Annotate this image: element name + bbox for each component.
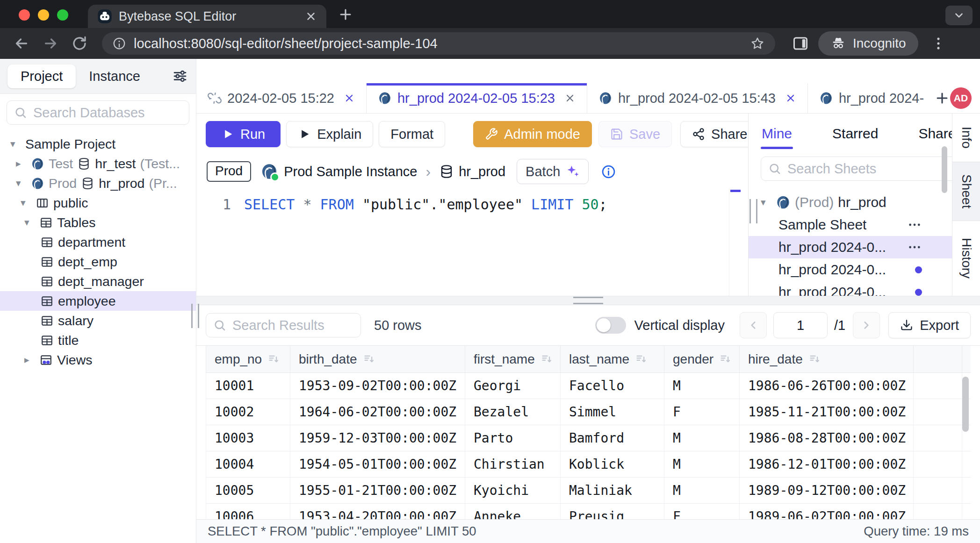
cell-hire_date[interactable]: 1986-12-01T00:00:00Z	[740, 451, 914, 477]
window-close-button[interactable]	[19, 9, 30, 21]
cell-emp_no[interactable]: 10006	[206, 504, 290, 519]
site-info-icon[interactable]	[112, 36, 126, 50]
cell-first_name[interactable]: Chirstian	[465, 451, 561, 477]
cell-last_name[interactable]: Maliniak	[561, 478, 664, 503]
tree-item-test[interactable]: ▸Testhr_test(Test...	[0, 154, 196, 173]
table-row[interactable]: 100031959-12-03T00:00:00ZPartoBamfordM19…	[206, 425, 971, 451]
explain-button[interactable]: Explain	[286, 121, 373, 147]
table-scrollbar[interactable]	[962, 377, 969, 432]
sort-icon[interactable]	[363, 353, 375, 365]
column-header-hire_date[interactable]: hire_date	[740, 346, 914, 372]
sheet-item[interactable]: hr_prod 2024-0...	[749, 258, 952, 281]
tab-instance[interactable]: Instance	[76, 64, 153, 88]
user-avatar[interactable]: AD	[950, 87, 972, 109]
editor-tab-2[interactable]: hr_prod 2024-02-05 15:23	[367, 83, 587, 113]
new-sheet-tab-button[interactable]	[934, 90, 950, 106]
tree-item-employee[interactable]: employee	[0, 291, 196, 311]
instance-name[interactable]: Prod Sample Instance	[284, 164, 417, 179]
sort-icon[interactable]	[540, 353, 553, 365]
page-number-input[interactable]	[773, 312, 828, 338]
cell-first_name[interactable]: Bezalel	[465, 399, 561, 425]
sql-editor[interactable]: 1 SELECT * FROM "public"."employee" LIMI…	[196, 188, 748, 296]
sheet-item[interactable]: hr_prod 2024-0...	[749, 281, 952, 296]
browser-tab-close-icon[interactable]	[305, 10, 317, 22]
tree-item-dept-manager[interactable]: dept_manager	[0, 272, 196, 291]
sidebar-resize-handle[interactable]	[191, 304, 199, 328]
database-name[interactable]: hr_prod	[459, 164, 505, 179]
back-icon[interactable]	[13, 35, 30, 52]
prev-page-button[interactable]	[740, 312, 767, 338]
tree-item-public[interactable]: ▾public	[0, 193, 196, 213]
reload-icon[interactable]	[71, 35, 88, 52]
cell-hire_date[interactable]: 1989-06-02T00:00:00Z	[740, 504, 914, 519]
browser-menu-icon[interactable]	[930, 36, 946, 51]
cell-gender[interactable]: F	[664, 399, 740, 425]
caret-down-icon[interactable]: ▾	[16, 178, 31, 189]
editor-tab-3[interactable]: hr_prod 2024-02-05 15:43	[587, 83, 808, 113]
more-menu-icon[interactable]	[907, 240, 922, 255]
sheet-search[interactable]	[761, 157, 952, 181]
table-row[interactable]: 100041954-05-01T00:00:00ZChirstianKoblic…	[206, 451, 971, 478]
tab-project[interactable]: Project	[7, 64, 76, 88]
cell-emp_no[interactable]: 10001	[206, 373, 290, 399]
window-zoom-button[interactable]	[57, 9, 68, 21]
caret-down-icon[interactable]: ▾	[24, 217, 39, 228]
table-row[interactable]: 100061953-04-20T00:00:00ZAnnekePreusigF1…	[206, 504, 971, 519]
sort-icon[interactable]	[635, 353, 648, 365]
column-header-gender[interactable]: gender	[664, 346, 740, 372]
cell-hire_date[interactable]: 1989-09-12T00:00:00Z	[740, 478, 914, 503]
caret-right-icon[interactable]: ▸	[16, 158, 31, 169]
run-button[interactable]: Run	[206, 121, 281, 147]
sort-icon[interactable]	[267, 353, 280, 365]
cell-last_name[interactable]: Koblick	[561, 451, 664, 477]
cell-birth_date[interactable]: 1953-09-02T00:00:00Z	[290, 373, 465, 399]
cell-gender[interactable]: M	[664, 451, 740, 477]
editor-tab-4[interactable]: hr_prod 2024-0	[808, 83, 924, 113]
cell-last_name[interactable]: Facello	[561, 373, 664, 399]
cell-gender[interactable]: M	[664, 373, 740, 399]
tree-item-department[interactable]: department	[0, 232, 196, 252]
column-header-birth_date[interactable]: birth_date	[290, 346, 465, 372]
side-tab-info[interactable]: Info	[952, 114, 980, 162]
database-search[interactable]	[7, 100, 189, 125]
filter-settings-icon[interactable]	[172, 68, 188, 85]
tree-item-title[interactable]: title	[0, 330, 196, 350]
cell-birth_date[interactable]: 1955-01-21T00:00:00Z	[290, 478, 465, 503]
cell-first_name[interactable]: Anneke	[465, 504, 561, 519]
cell-hire_date[interactable]: 1985-11-21T00:00:00Z	[740, 399, 914, 425]
cell-birth_date[interactable]: 1959-12-03T00:00:00Z	[290, 425, 465, 451]
cell-gender[interactable]: F	[664, 504, 740, 519]
tab-search-button[interactable]	[945, 6, 973, 25]
tree-item-tables[interactable]: ▾Tables	[0, 213, 196, 232]
cell-emp_no[interactable]: 10004	[206, 451, 290, 477]
sheet-list-scrollbar[interactable]	[942, 146, 947, 193]
column-header-last_name[interactable]: last_name	[561, 346, 664, 372]
forward-icon[interactable]	[42, 35, 59, 52]
sheet-group-row[interactable]: ▾(Prod)hr_prod	[749, 191, 952, 214]
sheet-item[interactable]: hr_prod 2024-0...	[749, 236, 952, 258]
vertical-display-toggle[interactable]	[595, 317, 626, 334]
sort-icon[interactable]	[719, 353, 732, 365]
results-search[interactable]	[206, 313, 361, 337]
close-tab-icon[interactable]	[344, 93, 355, 104]
table-row[interactable]: 100051955-01-21T00:00:00ZKyoichiMaliniak…	[206, 478, 971, 504]
cell-gender[interactable]: M	[664, 425, 740, 451]
cell-first_name[interactable]: Georgi	[465, 373, 561, 399]
save-button[interactable]: Save	[598, 121, 672, 147]
bookmark-star-icon[interactable]	[750, 36, 765, 51]
more-menu-icon[interactable]	[907, 217, 922, 232]
tree-item-views[interactable]: ▸Views	[0, 350, 196, 370]
cell-first_name[interactable]: Kyoichi	[465, 478, 561, 503]
tab-starred[interactable]: Starred	[832, 126, 878, 149]
results-search-input[interactable]	[231, 317, 354, 334]
tree-item-sample-project[interactable]: ▾Sample Project	[0, 134, 196, 154]
window-minimize-button[interactable]	[38, 9, 49, 21]
next-page-button[interactable]	[853, 312, 880, 338]
info-icon[interactable]	[601, 164, 616, 179]
cell-emp_no[interactable]: 10003	[206, 425, 290, 451]
cell-hire_date[interactable]: 1986-06-26T00:00:00Z	[740, 373, 914, 399]
side-tab-history[interactable]: History	[952, 221, 980, 296]
tab-shared[interactable]: Shared w	[918, 126, 952, 149]
tree-item-prod[interactable]: ▾Prodhr_prod(Pr...	[0, 173, 196, 193]
cell-emp_no[interactable]: 10002	[206, 399, 290, 425]
